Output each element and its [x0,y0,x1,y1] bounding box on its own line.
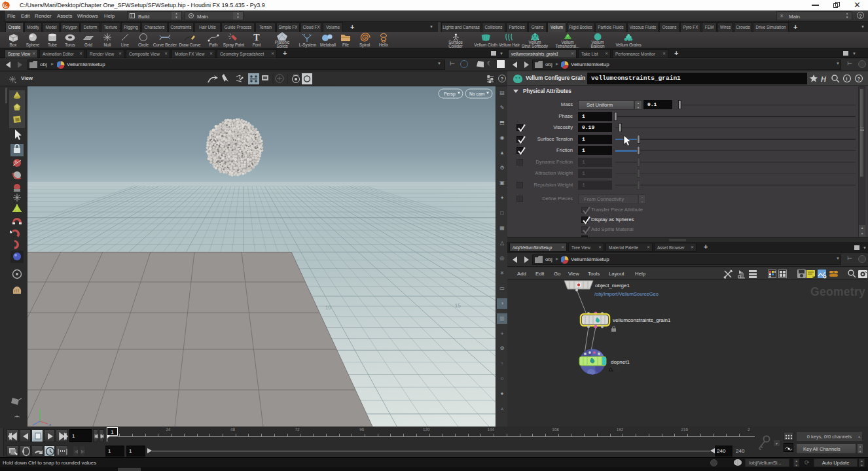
svg-text:Vellum Grains: Vellum Grains [615,43,641,47]
svg-text:File: File [342,43,350,47]
svg-text:/obj/Import/VellumSourceGeo: /obj/Import/VellumSourceGeo [594,291,659,297]
svg-text:Solids: Solids [276,44,287,48]
svg-text:10: 10 [325,304,332,311]
svg-text:Grid: Grid [84,43,92,47]
svg-text:Tetrahedral...: Tetrahedral... [556,44,580,48]
svg-text:15: 15 [455,302,461,309]
svg-text:?: ? [858,76,861,82]
svg-text:No cam: No cam [469,92,485,96]
svg-text:Path: Path [209,43,218,47]
svg-text:i: i [846,76,847,82]
svg-text:Spiral: Spiral [359,43,370,48]
svg-text:Balloon: Balloon [590,44,605,48]
svg-text:L-System: L-System [299,43,317,48]
svg-text:T: T [253,33,260,43]
svg-text:Draw Curve: Draw Curve [179,43,201,47]
svg-text:vellumconstraints_grain1: vellumconstraints_grain1 [613,317,671,323]
svg-text:dopnet1: dopnet1 [611,359,630,365]
svg-text:Curve Bezier: Curve Bezier [153,43,177,47]
svg-text:Null: Null [104,43,111,47]
svg-text:Torus: Torus [65,43,75,47]
svg-text:Sphere: Sphere [26,43,40,48]
svg-text:Tube: Tube [48,43,58,47]
svg-text:Persp: Persp [444,92,456,97]
svg-text:Vellum Cloth: Vellum Cloth [474,43,497,47]
svg-text:H: H [821,75,827,83]
svg-text:Collider: Collider [448,44,462,48]
svg-text:Helix: Helix [379,43,389,47]
svg-text:object_merge1: object_merge1 [595,283,630,288]
svg-text:Metaball: Metaball [320,43,336,47]
svg-text:Geometry: Geometry [810,285,865,298]
svg-text:Line: Line [121,43,129,47]
svg-text:Spray Paint: Spray Paint [223,43,245,48]
svg-text:Vellum Hair: Vellum Hair [499,43,520,47]
svg-text:Box: Box [10,43,18,47]
svg-text:Strut Softbody: Strut Softbody [522,44,549,48]
svg-text:Circle: Circle [138,43,149,47]
svg-text:Font: Font [253,43,261,47]
